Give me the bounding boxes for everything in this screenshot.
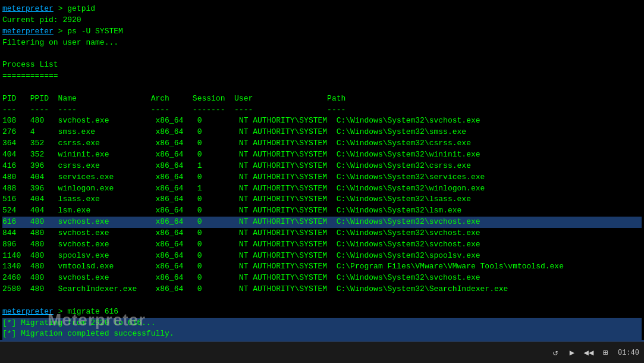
- terminal-line: Filtering on user name...: [2, 37, 642, 49]
- table-row: 1140 480 spoolsv.exe x86_64 0 NT AUTHORI…: [2, 251, 642, 262]
- taskbar-icon-2[interactable]: ▶: [566, 346, 579, 359]
- prompt-link[interactable]: meterpreter: [2, 27, 54, 36]
- terminal-line: Current pid: 2920: [2, 15, 642, 26]
- terminal-line: meterpreter > getpid: [2, 4, 642, 15]
- prompt-link[interactable]: meterpreter: [2, 307, 54, 316]
- migrating-line: [*] Migrating from 2920 to 616...: [2, 318, 642, 329]
- prompt-link[interactable]: meterpreter: [2, 4, 54, 13]
- taskbar-icon-1[interactable]: ↺: [549, 346, 562, 359]
- table-row: 516 404 lsass.exe x86_64 0 NT AUTHORITY\…: [2, 194, 642, 205]
- terminal-line: Process List: [2, 60, 642, 71]
- table-row: 480 404 services.exe x86_64 0 NT AUTHORI…: [2, 172, 642, 183]
- table-row: 616 480 svchost.exe x86_64 0 NT AUTHORIT…: [2, 217, 642, 228]
- table-row: 364 352 csrss.exe x86_64 0 NT AUTHORITY\…: [2, 138, 642, 149]
- table-row: 276 4 smss.exe x86_64 0 NT AUTHORITY\SYS…: [2, 127, 642, 138]
- terminal-line: ============: [2, 71, 642, 82]
- table-row: 488 396 winlogon.exe x86_64 1 NT AUTHORI…: [2, 183, 642, 195]
- table-row: 416 396 csrss.exe x86_64 1 NT AUTHORITY\…: [2, 161, 642, 172]
- table-row: 1340 480 vmtoolsd.exe x86_64 0 NT AUTHOR…: [2, 261, 642, 273]
- migration-success-line: [*] Migration completed successfully.: [2, 328, 642, 340]
- table-row: 524 404 lsm.exe x86_64 0 NT AUTHORITY\SY…: [2, 205, 642, 217]
- table-row: 844 480 svchost.exe x86_64 0 NT AUTHORIT…: [2, 228, 642, 239]
- taskbar-icon-4[interactable]: ⊞: [599, 346, 612, 359]
- terminal-line: meterpreter > ps -U SYSTEM: [2, 26, 642, 37]
- taskbar-time: 01:40: [618, 349, 639, 357]
- table-header: --- ---- ---- ---- ------- ---- ----: [2, 105, 642, 116]
- table-row: 2460 480 svchost.exe x86_64 0 NT AUTHORI…: [2, 273, 642, 284]
- table-row: 896 480 svchost.exe x86_64 0 NT AUTHORIT…: [2, 239, 642, 251]
- table-header: PID PPID Name Arch Session User Path: [2, 93, 642, 105]
- terminal: meterpreter > getpidCurrent pid: 2920met…: [0, 0, 644, 363]
- terminal-line: meterpreter > migrate 616: [2, 306, 642, 318]
- table-row: 108 480 svchost.exe x86_64 0 NT AUTHORIT…: [2, 115, 642, 127]
- table-row: 2580 480 SearchIndexer.exe x86_64 0 NT A…: [2, 284, 642, 295]
- table-row: 404 352 wininit.exe x86_64 0 NT AUTHORIT…: [2, 149, 642, 161]
- taskbar: ↺ ▶ ◀◀ ⊞ 01:40: [0, 342, 644, 363]
- taskbar-icon-3[interactable]: ◀◀: [582, 346, 595, 359]
